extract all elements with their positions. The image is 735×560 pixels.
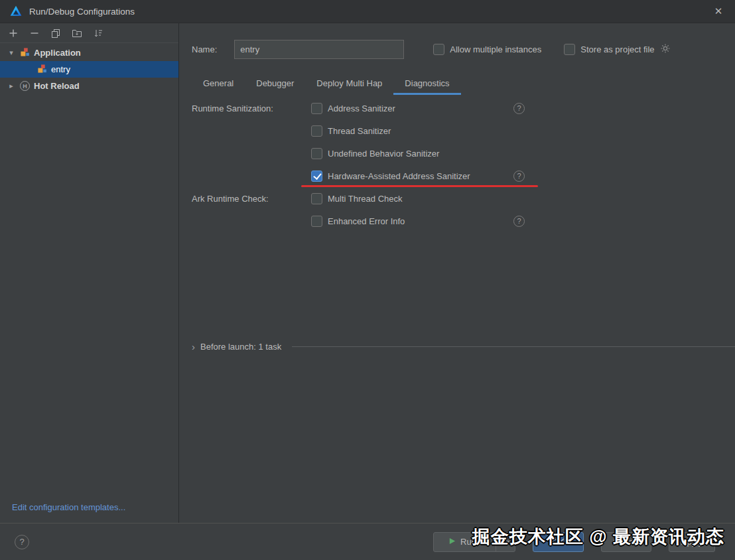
undefined-behavior-sanitizer-checkbox[interactable]: [311, 148, 322, 159]
tab-debugger[interactable]: Debugger: [245, 73, 305, 95]
ark-runtime-check-label: Ark Runtime Check:: [192, 194, 311, 204]
form-row: Undefined Behavior Sanitizer: [192, 142, 722, 165]
configuration-detail-panel: Name: Allow multiple instances Store as …: [179, 23, 735, 523]
address-sanitizer-option: Address Sanitizer: [311, 103, 513, 114]
chevron-right-icon[interactable]: ▸: [7, 82, 16, 90]
address-sanitizer-label: Address Sanitizer: [328, 104, 395, 113]
undefined-behavior-sanitizer-label: Undefined Behavior Sanitizer: [328, 149, 439, 159]
diagnostics-form: Runtime Sanitization: Address Sanitizer …: [192, 97, 722, 232]
enhanced-error-info-checkbox[interactable]: [311, 216, 322, 227]
hardware-assisted-address-sanitizer-label: Hardware-Assisted Address Sanitizer: [328, 171, 470, 181]
edit-configuration-templates-link[interactable]: Edit configuration templates...: [12, 502, 125, 512]
address-sanitizer-checkbox[interactable]: [311, 103, 322, 114]
runtime-sanitization-label: Runtime Sanitization:: [192, 104, 311, 113]
form-row: Runtime Sanitization: Address Sanitizer …: [192, 97, 722, 119]
enhanced-error-info-label: Enhanced Error Info: [328, 216, 405, 226]
undefined-behavior-sanitizer-option: Undefined Behavior Sanitizer: [311, 148, 513, 159]
form-row: Enhanced Error Info ?: [192, 210, 722, 232]
configuration-tabs: General Debugger Deploy Multi Hap Diagno…: [192, 73, 722, 95]
configurations-tree: ▾ Application entry ▸ H Hot Reload: [0, 43, 178, 94]
form-row: Hardware-Assisted Address Sanitizer ?: [192, 165, 722, 187]
multi-thread-check-checkbox[interactable]: [311, 193, 322, 204]
move-into-folder-icon[interactable]: [72, 28, 82, 38]
tree-item-application[interactable]: ▾ Application: [0, 44, 178, 61]
allow-multiple-instances-label: Allow multiple instances: [450, 44, 541, 54]
expand-arrow-icon[interactable]: ›: [192, 341, 195, 352]
allow-multiple-instances-checkbox[interactable]: [433, 44, 444, 55]
copy-icon[interactable]: [50, 28, 61, 38]
form-row: Ark Runtime Check: Multi Thread Check: [192, 187, 722, 210]
tree-item-label: Hot Reload: [34, 81, 80, 91]
close-icon[interactable]: ✕: [711, 5, 726, 17]
name-row: Name: Allow multiple instances Store as …: [192, 39, 722, 59]
multi-thread-check-option: Multi Thread Check: [311, 193, 513, 204]
module-icon: [37, 64, 47, 76]
tree-item-entry[interactable]: entry: [0, 61, 178, 78]
enhanced-error-info-option: Enhanced Error Info: [311, 216, 513, 227]
deveco-logo-icon: [9, 5, 23, 18]
sidebar-toolbar: [0, 23, 178, 43]
thread-sanitizer-checkbox[interactable]: [311, 125, 322, 137]
thread-sanitizer-option: Thread Sanitizer: [311, 125, 513, 137]
hardware-assisted-address-sanitizer-option: Hardware-Assisted Address Sanitizer: [311, 171, 513, 182]
form-row: Thread Sanitizer: [192, 119, 722, 142]
help-icon[interactable]: ?: [513, 103, 525, 114]
run-debug-configurations-dialog: Run/Debug Configurations ✕: [0, 0, 735, 560]
titlebar: Run/Debug Configurations ✕: [0, 0, 735, 23]
section-divider: [292, 346, 735, 347]
run-play-icon: [448, 537, 456, 547]
tab-diagnostics[interactable]: Diagnostics: [393, 73, 460, 95]
thread-sanitizer-label: Thread Sanitizer: [328, 126, 391, 136]
red-annotation-underline: [301, 185, 538, 187]
tab-general[interactable]: General: [192, 73, 245, 95]
module-icon: [20, 47, 30, 59]
tab-deploy-multi-hap[interactable]: Deploy Multi Hap: [305, 73, 393, 95]
help-icon[interactable]: ?: [513, 216, 525, 227]
dialog-body: ▾ Application entry ▸ H Hot Reload: [0, 23, 735, 523]
before-launch-section[interactable]: › Before launch: 1 task: [192, 340, 735, 353]
add-icon[interactable]: [8, 28, 19, 38]
allow-multiple-instances-option: Allow multiple instances: [433, 44, 541, 55]
multi-thread-check-label: Multi Thread Check: [328, 194, 402, 204]
tree-item-label: Application: [34, 48, 81, 58]
store-as-project-file-label: Store as project file: [580, 44, 654, 54]
hardware-assisted-address-sanitizer-checkbox[interactable]: [311, 171, 322, 182]
name-input[interactable]: [234, 40, 404, 59]
configurations-sidebar: ▾ Application entry ▸ H Hot Reload: [0, 23, 179, 523]
help-icon[interactable]: ?: [15, 535, 29, 549]
tree-item-hot-reload[interactable]: ▸ H Hot Reload: [0, 78, 178, 94]
remove-icon[interactable]: [29, 28, 40, 38]
name-label: Name:: [192, 44, 217, 54]
chevron-down-icon[interactable]: ▾: [7, 48, 16, 57]
help-icon[interactable]: ?: [513, 171, 525, 182]
hot-reload-icon: H: [20, 81, 30, 91]
dialog-title: Run/Debug Configurations: [29, 7, 135, 17]
store-as-project-file-checkbox[interactable]: [564, 44, 575, 55]
before-launch-label: Before launch: 1 task: [200, 342, 281, 352]
store-as-project-file-option: Store as project file: [564, 44, 654, 55]
sort-icon[interactable]: [93, 28, 103, 38]
gear-icon[interactable]: [660, 43, 671, 56]
tree-item-label: entry: [51, 64, 70, 74]
watermark-text: 掘金技术社区 @ 最新资讯动态: [472, 525, 724, 549]
